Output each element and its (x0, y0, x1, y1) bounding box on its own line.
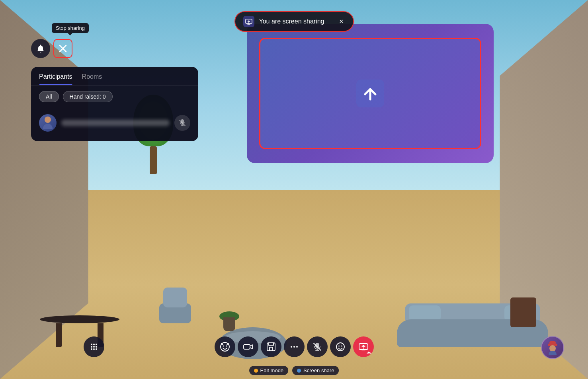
grid-button[interactable] (84, 336, 104, 357)
panel-filters: All Hand raised: 0 (31, 86, 198, 108)
tab-rooms[interactable]: Rooms (82, 73, 102, 85)
edit-mode-pill: Edit mode (249, 366, 289, 375)
save-button[interactable] (261, 336, 281, 357)
svg-point-15 (226, 346, 227, 347)
svg-point-13 (96, 348, 97, 350)
svg-point-21 (296, 346, 298, 348)
participant-row (37, 111, 192, 135)
background-scene (0, 0, 588, 379)
participant-mic-button[interactable] (174, 115, 190, 131)
banner-text: You are screen sharing (259, 18, 333, 25)
svg-point-14 (223, 346, 224, 347)
chair (159, 288, 191, 323)
emoji-reactions-button[interactable] (215, 336, 235, 357)
svg-point-8 (91, 346, 92, 348)
bell-button[interactable] (31, 39, 50, 58)
screen-share-button[interactable] (353, 336, 374, 357)
bottom-toolbar (215, 336, 374, 357)
participant-avatar (39, 114, 57, 132)
plant-vase (223, 311, 235, 331)
filter-all[interactable]: All (39, 91, 59, 102)
participant-name (61, 120, 170, 126)
svg-point-11 (91, 348, 92, 350)
screen-share-label: Screen share (303, 367, 334, 373)
svg-point-23 (336, 343, 344, 351)
svg-point-5 (91, 344, 92, 345)
svg-point-6 (93, 344, 95, 345)
table-leg (56, 323, 62, 347)
filter-hand-raised[interactable]: Hand raised: 0 (63, 91, 113, 102)
svg-point-10 (96, 346, 97, 348)
stop-sharing-tooltip: Stop sharing (52, 23, 89, 33)
screen-share-dot (297, 369, 301, 373)
svg-point-20 (293, 346, 295, 348)
svg-point-12 (93, 348, 95, 350)
banner-screen-icon (243, 16, 254, 27)
upload-icon (354, 78, 386, 109)
edit-mode-dot (254, 369, 258, 373)
vase-body (223, 317, 235, 331)
svg-point-7 (96, 344, 97, 345)
coffee-table (40, 315, 119, 355)
svg-point-24 (338, 346, 340, 347)
svg-point-9 (93, 346, 95, 348)
svg-rect-28 (549, 341, 556, 344)
panel-tab-bar: Participants Rooms (31, 67, 198, 86)
emoji-button[interactable] (330, 336, 351, 357)
svg-point-19 (291, 346, 292, 348)
participants-list (31, 108, 198, 141)
svg-rect-18 (270, 347, 273, 351)
mute-button[interactable] (307, 336, 328, 357)
table-top (40, 315, 119, 323)
svg-point-25 (341, 346, 342, 347)
user-avatar-button[interactable] (541, 336, 564, 359)
sofa-cushion (409, 305, 441, 321)
avatar-body (43, 124, 53, 129)
screen-share-banner: You are screen sharing × (234, 11, 354, 32)
avatar-figure (41, 117, 54, 129)
side-table (510, 297, 536, 327)
screen-share-area (259, 38, 481, 149)
edit-mode-label: Edit mode (260, 367, 284, 373)
tab-participants[interactable]: Participants (39, 73, 72, 85)
avatar-head (45, 117, 51, 123)
svg-point-29 (549, 345, 556, 352)
participants-panel: Participants Rooms All Hand raised: 0 (31, 67, 198, 141)
svg-rect-17 (267, 343, 275, 351)
top-toolbar (31, 39, 72, 58)
more-options-button[interactable] (284, 336, 305, 357)
virtual-display-board (247, 24, 494, 163)
status-bar: Edit mode Screen share (249, 366, 339, 375)
svg-rect-16 (244, 344, 250, 349)
camera-button[interactable] (238, 336, 258, 357)
banner-close-button[interactable]: × (338, 17, 345, 26)
tree-trunk (150, 146, 157, 174)
screen-share-pill: Screen share (292, 366, 339, 375)
stop-sharing-button[interactable] (53, 39, 72, 58)
